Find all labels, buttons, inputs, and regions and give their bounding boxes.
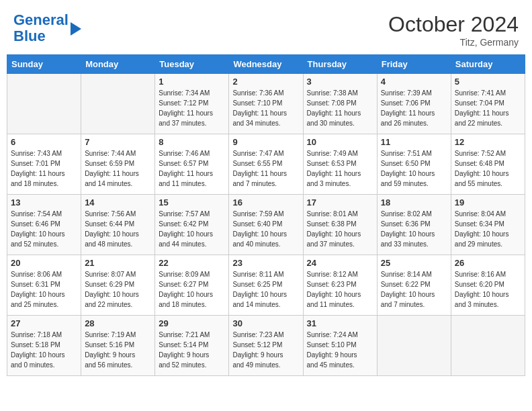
day-info: Sunrise: 8:06 AMSunset: 6:31 PMDaylight:… — [11, 269, 77, 310]
day-number: 27 — [11, 318, 77, 328]
calendar-cell: 3Sunrise: 7:38 AMSunset: 7:08 PMDaylight… — [303, 74, 377, 134]
day-number: 24 — [307, 258, 373, 268]
calendar-week-2: 6Sunrise: 7:43 AMSunset: 7:01 PMDaylight… — [7, 134, 525, 195]
weekday-friday: Friday — [377, 55, 451, 74]
day-info: Sunrise: 7:46 AMSunset: 6:57 PMDaylight:… — [159, 148, 225, 189]
day-number: 11 — [381, 137, 447, 147]
weekday-header-row: SundayMondayTuesdayWednesdayThursdayFrid… — [7, 55, 525, 74]
day-info: Sunrise: 7:56 AMSunset: 6:44 PMDaylight:… — [85, 209, 151, 249]
day-number: 3 — [307, 77, 373, 87]
day-number: 29 — [159, 318, 225, 328]
day-number: 1 — [159, 77, 225, 87]
calendar-cell: 27Sunrise: 7:18 AMSunset: 5:18 PMDayligh… — [7, 316, 81, 376]
weekday-sunday: Sunday — [7, 55, 81, 74]
day-info: Sunrise: 8:14 AMSunset: 6:22 PMDaylight:… — [381, 269, 447, 310]
calendar-cell: 17Sunrise: 8:01 AMSunset: 6:38 PMDayligh… — [303, 195, 377, 255]
day-info: Sunrise: 7:59 AMSunset: 6:40 PMDaylight:… — [232, 209, 299, 249]
calendar-cell: 7Sunrise: 7:44 AMSunset: 6:59 PMDaylight… — [81, 134, 155, 195]
calendar-week-1: 1Sunrise: 7:34 AMSunset: 7:12 PMDaylight… — [7, 74, 525, 134]
month-title: October 2024 — [388, 12, 519, 37]
day-info: Sunrise: 7:18 AMSunset: 5:18 PMDaylight:… — [11, 330, 77, 370]
day-number: 31 — [307, 318, 373, 328]
day-info: Sunrise: 7:38 AMSunset: 7:08 PMDaylight:… — [307, 88, 373, 128]
day-number: 18 — [381, 197, 447, 208]
day-info: Sunrise: 8:12 AMSunset: 6:23 PMDaylight:… — [307, 269, 373, 310]
day-number: 12 — [455, 137, 521, 147]
logo-arrow-icon — [71, 22, 81, 36]
calendar-cell: 11Sunrise: 7:51 AMSunset: 6:50 PMDayligh… — [377, 134, 451, 195]
logo-general: General — [13, 11, 69, 28]
weekday-saturday: Saturday — [451, 55, 525, 74]
calendar-cell: 5Sunrise: 7:41 AMSunset: 7:04 PMDaylight… — [451, 74, 525, 134]
calendar-cell: 21Sunrise: 8:07 AMSunset: 6:29 PMDayligh… — [81, 255, 155, 316]
day-info: Sunrise: 8:04 AMSunset: 6:34 PMDaylight:… — [455, 209, 521, 249]
calendar-cell: 13Sunrise: 7:54 AMSunset: 6:46 PMDayligh… — [7, 195, 81, 255]
weekday-thursday: Thursday — [303, 55, 377, 74]
day-info: Sunrise: 7:51 AMSunset: 6:50 PMDaylight:… — [381, 148, 447, 189]
calendar-cell: 20Sunrise: 8:06 AMSunset: 6:31 PMDayligh… — [7, 255, 81, 316]
calendar-cell: 25Sunrise: 8:14 AMSunset: 6:22 PMDayligh… — [377, 255, 451, 316]
logo-blue: Blue — [13, 28, 46, 44]
calendar-week-3: 13Sunrise: 7:54 AMSunset: 6:46 PMDayligh… — [7, 195, 525, 255]
calendar-cell: 9Sunrise: 7:47 AMSunset: 6:55 PMDaylight… — [229, 134, 303, 195]
day-info: Sunrise: 7:43 AMSunset: 7:01 PMDaylight:… — [11, 148, 77, 189]
day-info: Sunrise: 7:49 AMSunset: 6:53 PMDaylight:… — [307, 148, 373, 189]
day-info: Sunrise: 8:16 AMSunset: 6:20 PMDaylight:… — [455, 269, 521, 310]
page-header: General Blue October 2024 Titz, Germany — [7, 7, 525, 50]
calendar-cell — [451, 316, 525, 376]
calendar-week-4: 20Sunrise: 8:06 AMSunset: 6:31 PMDayligh… — [7, 255, 525, 316]
day-number: 10 — [307, 137, 373, 147]
calendar-cell: 6Sunrise: 7:43 AMSunset: 7:01 PMDaylight… — [7, 134, 81, 195]
calendar-cell: 18Sunrise: 8:02 AMSunset: 6:36 PMDayligh… — [377, 195, 451, 255]
day-number: 22 — [159, 258, 225, 268]
calendar-cell: 23Sunrise: 8:11 AMSunset: 6:25 PMDayligh… — [229, 255, 303, 316]
calendar-week-5: 27Sunrise: 7:18 AMSunset: 5:18 PMDayligh… — [7, 316, 525, 376]
day-number: 8 — [159, 137, 225, 147]
day-number: 5 — [455, 77, 521, 87]
weekday-wednesday: Wednesday — [229, 55, 303, 74]
calendar-cell: 15Sunrise: 7:57 AMSunset: 6:42 PMDayligh… — [155, 195, 229, 255]
day-number: 2 — [232, 77, 299, 87]
calendar-cell: 16Sunrise: 7:59 AMSunset: 6:40 PMDayligh… — [229, 195, 303, 255]
day-number: 14 — [85, 197, 151, 208]
day-number: 15 — [159, 197, 225, 208]
day-number: 26 — [455, 258, 521, 268]
day-number: 7 — [85, 137, 151, 147]
day-info: Sunrise: 7:57 AMSunset: 6:42 PMDaylight:… — [159, 209, 225, 249]
calendar-cell: 4Sunrise: 7:39 AMSunset: 7:06 PMDaylight… — [377, 74, 451, 134]
day-number: 20 — [11, 258, 77, 268]
title-block: October 2024 Titz, Germany — [388, 12, 519, 48]
calendar-cell: 10Sunrise: 7:49 AMSunset: 6:53 PMDayligh… — [303, 134, 377, 195]
calendar-table: SundayMondayTuesdayWednesdayThursdayFrid… — [7, 54, 525, 376]
day-info: Sunrise: 8:01 AMSunset: 6:38 PMDaylight:… — [307, 209, 373, 249]
day-number: 17 — [307, 197, 373, 208]
calendar-cell — [377, 316, 451, 376]
weekday-tuesday: Tuesday — [155, 55, 229, 74]
day-info: Sunrise: 7:36 AMSunset: 7:10 PMDaylight:… — [232, 88, 299, 128]
day-info: Sunrise: 7:34 AMSunset: 7:12 PMDaylight:… — [159, 88, 225, 128]
logo: General Blue — [13, 12, 81, 44]
day-info: Sunrise: 7:44 AMSunset: 6:59 PMDaylight:… — [85, 148, 151, 189]
location: Titz, Germany — [388, 37, 519, 48]
calendar-cell: 28Sunrise: 7:19 AMSunset: 5:16 PMDayligh… — [81, 316, 155, 376]
calendar-body: 1Sunrise: 7:34 AMSunset: 7:12 PMDaylight… — [7, 74, 525, 376]
calendar-cell — [7, 74, 81, 134]
calendar-cell: 2Sunrise: 7:36 AMSunset: 7:10 PMDaylight… — [229, 74, 303, 134]
day-info: Sunrise: 7:23 AMSunset: 5:12 PMDaylight:… — [232, 330, 299, 370]
calendar-cell: 19Sunrise: 8:04 AMSunset: 6:34 PMDayligh… — [451, 195, 525, 255]
day-info: Sunrise: 7:52 AMSunset: 6:48 PMDaylight:… — [455, 148, 521, 189]
calendar-cell: 30Sunrise: 7:23 AMSunset: 5:12 PMDayligh… — [229, 316, 303, 376]
day-number: 4 — [381, 77, 447, 87]
day-info: Sunrise: 8:09 AMSunset: 6:27 PMDaylight:… — [159, 269, 225, 310]
day-number: 21 — [85, 258, 151, 268]
calendar-cell: 29Sunrise: 7:21 AMSunset: 5:14 PMDayligh… — [155, 316, 229, 376]
day-number: 19 — [455, 197, 521, 208]
weekday-monday: Monday — [81, 55, 155, 74]
day-number: 16 — [232, 197, 299, 208]
day-number: 28 — [85, 318, 151, 328]
day-number: 30 — [232, 318, 299, 328]
day-number: 23 — [232, 258, 299, 268]
day-number: 13 — [11, 197, 77, 208]
day-info: Sunrise: 7:54 AMSunset: 6:46 PMDaylight:… — [11, 209, 77, 249]
day-number: 25 — [381, 258, 447, 268]
